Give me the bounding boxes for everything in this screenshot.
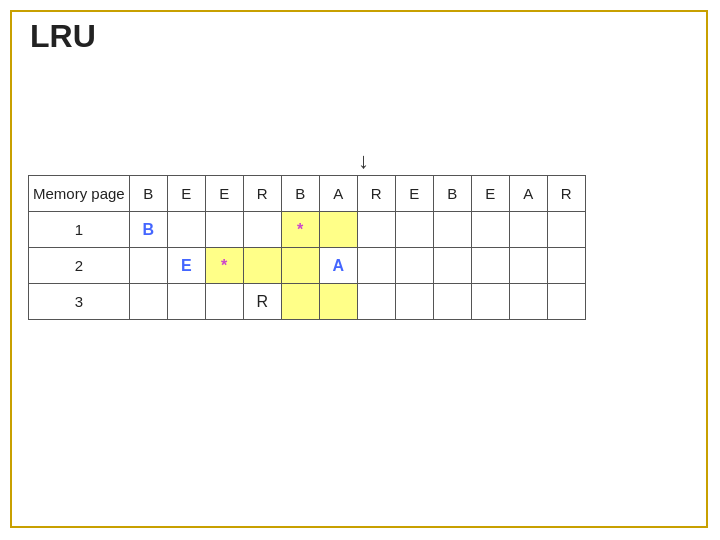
table-row: 1B* (29, 212, 586, 248)
col-header-11: R (547, 176, 585, 212)
lru-table: Memory page BEERBAREBEAR 1B*2E*A3R (28, 175, 586, 320)
cell-r3-c1 (167, 284, 205, 320)
col-header-4: B (281, 176, 319, 212)
cell-r2-c7 (395, 248, 433, 284)
table-row: 2E*A (29, 248, 586, 284)
cell-r3-c11 (547, 284, 585, 320)
cell-r2-c9 (471, 248, 509, 284)
table-row: 3R (29, 284, 586, 320)
cell-r1-c8 (433, 212, 471, 248)
cell-r2-c6 (357, 248, 395, 284)
cell-r2-c3 (243, 248, 281, 284)
row-label-2: 2 (29, 248, 130, 284)
cell-r1-c0: B (129, 212, 167, 248)
cell-r3-c9 (471, 284, 509, 320)
arrow-icon: ↓ (358, 148, 369, 174)
cell-r1-c10 (509, 212, 547, 248)
col-header-10: A (509, 176, 547, 212)
cell-r2-c4 (281, 248, 319, 284)
cell-r3-c6 (357, 284, 395, 320)
cell-r1-c7 (395, 212, 433, 248)
col-header-0: B (129, 176, 167, 212)
col-header-8: B (433, 176, 471, 212)
col-header-5: A (319, 176, 357, 212)
col-header-2: E (205, 176, 243, 212)
row-label-3: 3 (29, 284, 130, 320)
cell-r2-c10 (509, 248, 547, 284)
cell-r1-c11 (547, 212, 585, 248)
col-header-9: E (471, 176, 509, 212)
cell-r2-c1: E (167, 248, 205, 284)
cell-r3-c4 (281, 284, 319, 320)
cell-r2-c5: A (319, 248, 357, 284)
cell-r1-c1 (167, 212, 205, 248)
col-header-1: E (167, 176, 205, 212)
cell-r3-c3: R (243, 284, 281, 320)
cell-r1-c9 (471, 212, 509, 248)
cell-r3-c0 (129, 284, 167, 320)
col-header-6: R (357, 176, 395, 212)
cell-r2-c2: * (205, 248, 243, 284)
cell-r3-c10 (509, 284, 547, 320)
col-header-3: R (243, 176, 281, 212)
row-label-1: 1 (29, 212, 130, 248)
table-header-label: Memory page (29, 176, 130, 212)
cell-r1-c4: * (281, 212, 319, 248)
cell-r3-c8 (433, 284, 471, 320)
table-header-row: Memory page BEERBAREBEAR (29, 176, 586, 212)
cell-r1-c6 (357, 212, 395, 248)
cell-r3-c7 (395, 284, 433, 320)
cell-r1-c2 (205, 212, 243, 248)
lru-table-container: Memory page BEERBAREBEAR 1B*2E*A3R (28, 175, 586, 320)
col-header-7: E (395, 176, 433, 212)
cell-r3-c5 (319, 284, 357, 320)
cell-r2-c8 (433, 248, 471, 284)
cell-r3-c2 (205, 284, 243, 320)
page-title: LRU (30, 18, 96, 55)
cell-r1-c3 (243, 212, 281, 248)
cell-r2-c0 (129, 248, 167, 284)
cell-r1-c5 (319, 212, 357, 248)
cell-r2-c11 (547, 248, 585, 284)
